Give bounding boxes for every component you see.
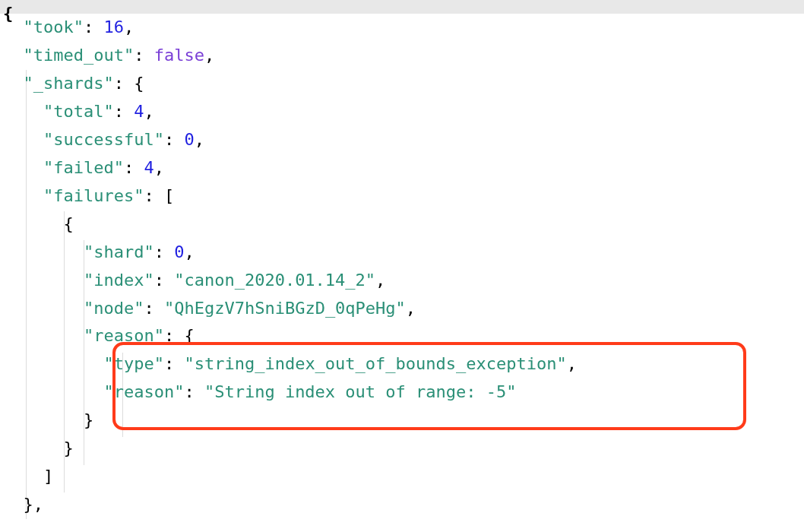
code-line: { (3, 211, 804, 239)
key-total: "total" (43, 102, 114, 121)
value-failed: 4 (144, 158, 154, 177)
code-line: "type": "string_index_out_of_bounds_exce… (3, 350, 804, 378)
value-index: "canon_2020.01.14_2" (174, 271, 375, 290)
code-line: "shard": 0, (3, 239, 804, 267)
value-successful: 0 (184, 130, 194, 149)
value-reason-inner: "String index out of range: -5" (204, 382, 517, 401)
key-reason-inner: "reason" (103, 382, 184, 401)
code-line: "node": "QhEgzV7hSniBGzD_0qPeHg", (3, 295, 804, 323)
code-line: } (3, 435, 804, 463)
code-line: "index": "canon_2020.01.14_2", (3, 267, 804, 295)
key-node: "node" (84, 299, 144, 318)
key-failed: "failed" (43, 158, 124, 177)
code-line: "timed_out": false, (3, 42, 804, 70)
code-line: "reason": "String index out of range: -5… (3, 378, 804, 407)
key-type: "type" (103, 354, 163, 373)
key-timed-out: "timed_out" (24, 46, 135, 65)
code-line: "_shards": { (3, 70, 804, 98)
key-index: "index" (84, 271, 154, 290)
value-took: 16 (103, 17, 124, 36)
code-block: "took": 16, "timed_out": false, "_shards… (0, 14, 804, 519)
value-total: 4 (134, 102, 144, 121)
code-line: "total": 4, (3, 98, 804, 126)
key-shards: "_shards" (24, 74, 114, 93)
top-brace-bar: { (0, 0, 804, 14)
code-line: ] (3, 463, 804, 491)
code-line: "reason": { (3, 322, 804, 350)
code-line: "took": 16, (3, 14, 804, 42)
value-type: "string_index_out_of_bounds_exception" (184, 354, 566, 373)
key-shard: "shard" (84, 242, 154, 261)
code-line: "successful": 0, (3, 126, 804, 154)
value-node: "QhEgzV7hSniBGzD_0qPeHg" (164, 299, 406, 318)
code-line: "failures": [ (3, 182, 804, 211)
value-timed-out: false (154, 46, 204, 65)
key-took: "took" (24, 17, 84, 36)
key-failures: "failures" (43, 186, 144, 205)
code-line: }, (3, 491, 804, 519)
value-shard: 0 (174, 242, 184, 261)
code-line: "failed": 4, (3, 154, 804, 182)
key-successful: "successful" (43, 130, 164, 149)
code-line: } (3, 407, 804, 435)
key-reason: "reason" (84, 326, 164, 345)
